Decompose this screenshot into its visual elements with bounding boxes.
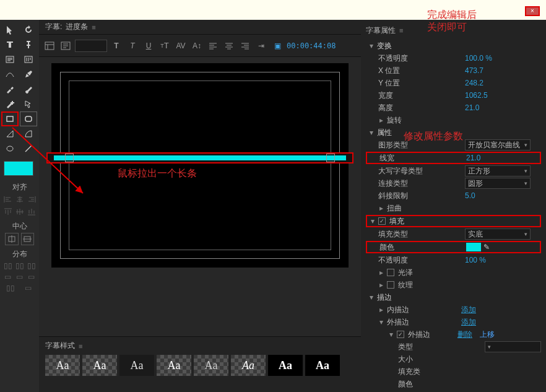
- vertical-area-text-tool[interactable]: [20, 52, 37, 67]
- style-preset-2[interactable]: Aa: [82, 355, 117, 376]
- style-preset-4[interactable]: Aa: [157, 355, 191, 376]
- rectangle-tool[interactable]: [1, 111, 19, 126]
- disclosure-inner[interactable]: ▸: [378, 305, 384, 314]
- center-vertical[interactable]: [21, 233, 35, 245]
- fill-checkbox[interactable]: ✓: [378, 217, 386, 225]
- align-right[interactable]: [26, 194, 37, 205]
- dist-1[interactable]: ▯▯: [2, 261, 13, 271]
- leading[interactable]: A↕: [190, 39, 204, 53]
- text-tool[interactable]: [1, 37, 19, 52]
- outer-delete-link[interactable]: 删除: [457, 329, 472, 340]
- align-left[interactable]: [2, 194, 13, 205]
- dist-8[interactable]: ▭: [20, 283, 37, 293]
- align-bottom[interactable]: [26, 206, 37, 217]
- italic-btn[interactable]: T: [126, 39, 139, 53]
- disclosure-distort[interactable]: ▸: [378, 204, 384, 212]
- disclosure-texture[interactable]: ▸: [378, 281, 384, 289]
- disclosure-fill[interactable]: ▾: [370, 217, 376, 225]
- font-size[interactable]: TT: [158, 39, 171, 53]
- disclosure-transform[interactable]: ▾: [368, 41, 375, 50]
- show-video-btn[interactable]: ▣: [271, 39, 284, 53]
- filltype-select[interactable]: 实底: [465, 229, 531, 240]
- close-button[interactable]: ×: [525, 6, 540, 16]
- dist-4[interactable]: ▭: [2, 272, 13, 282]
- disclosure-sheen[interactable]: ▸: [378, 268, 384, 277]
- title-canvas[interactable]: [51, 63, 349, 268]
- fill-opacity-value[interactable]: 100 %: [465, 256, 486, 264]
- dist-5[interactable]: ▭: [14, 272, 25, 282]
- vertical-text-tool[interactable]: [20, 37, 37, 52]
- line-tool[interactable]: [20, 141, 37, 156]
- handle-left[interactable]: [65, 154, 74, 162]
- align-left-btn[interactable]: [206, 39, 220, 53]
- shapetype-select[interactable]: 开放贝塞尔曲线: [465, 139, 531, 150]
- kerning[interactable]: AV: [174, 39, 188, 53]
- disclosure-rotation[interactable]: ▸: [378, 116, 384, 124]
- stroke-type-select[interactable]: [485, 341, 541, 352]
- timecode[interactable]: 00:00:44:08: [287, 41, 336, 50]
- arc-tool[interactable]: [20, 126, 37, 141]
- align-right-btn[interactable]: [238, 39, 252, 53]
- y-value[interactable]: 248.2: [465, 79, 483, 87]
- style-preset-5[interactable]: Aa: [194, 355, 228, 376]
- disclosure-outer-item[interactable]: ▾: [388, 330, 394, 339]
- eyedropper-icon[interactable]: ✎: [483, 243, 490, 251]
- outer-add-link[interactable]: 添加: [461, 317, 476, 328]
- fill-color-value[interactable]: [466, 243, 481, 251]
- bold-btn[interactable]: T: [110, 39, 123, 53]
- tab-btn[interactable]: ⇥: [254, 39, 268, 53]
- add-anchor-tool[interactable]: [1, 97, 19, 111]
- width-value[interactable]: 1062.5: [465, 91, 488, 100]
- template-btn[interactable]: [43, 39, 56, 53]
- x-value[interactable]: 473.7: [465, 66, 483, 75]
- direct-select-tool[interactable]: [20, 97, 37, 111]
- height-value[interactable]: 21.0: [465, 103, 479, 112]
- fill-color-swatch[interactable]: [4, 161, 33, 176]
- styles-menu-icon[interactable]: ≡: [79, 342, 82, 350]
- style-preset-1[interactable]: Aa: [45, 355, 80, 376]
- eyedropper-tool[interactable]: [1, 82, 19, 97]
- center-horizontal[interactable]: [5, 233, 19, 245]
- rotate-tool[interactable]: [20, 22, 37, 37]
- area-text-tool[interactable]: [1, 52, 19, 67]
- path-text-tool[interactable]: [1, 67, 19, 82]
- outer-moveup-link[interactable]: 上移: [480, 329, 495, 340]
- dist-2[interactable]: ▯▯: [14, 261, 25, 271]
- disclosure-outer[interactable]: ▾: [378, 318, 384, 326]
- underline-btn[interactable]: U: [142, 39, 155, 53]
- ellipse-tool[interactable]: [1, 141, 19, 156]
- sheen-checkbox[interactable]: [387, 269, 394, 276]
- disclosure-attrs[interactable]: ▾: [368, 128, 375, 137]
- align-center-btn[interactable]: [222, 39, 236, 53]
- wedge-tool[interactable]: [1, 126, 19, 141]
- caps-select[interactable]: 正方形: [465, 165, 531, 176]
- pen-tool[interactable]: [20, 67, 37, 82]
- style-preset-3[interactable]: Aa: [119, 355, 154, 376]
- align-vcenter[interactable]: [14, 206, 25, 217]
- align-top[interactable]: [2, 206, 13, 217]
- join-select[interactable]: 圆形: [465, 178, 531, 189]
- disclosure-stroke[interactable]: ▾: [368, 293, 375, 302]
- align-hcenter[interactable]: [14, 194, 25, 205]
- miter-value[interactable]: 5.0: [465, 191, 475, 200]
- panel-menu-icon[interactable]: ≡: [92, 24, 95, 31]
- style-preset-7[interactable]: Aa: [268, 355, 303, 376]
- selection-tool[interactable]: [1, 22, 19, 37]
- outer-item-checkbox[interactable]: ✓: [397, 331, 404, 338]
- font-family-select[interactable]: [75, 40, 107, 52]
- props-menu-icon[interactable]: ≡: [399, 27, 403, 34]
- inner-add-link[interactable]: 添加: [461, 305, 476, 315]
- dist-3[interactable]: ▯▯: [26, 261, 37, 271]
- linewidth-value[interactable]: 21.0: [466, 154, 480, 162]
- style-preset-6[interactable]: Aa: [231, 355, 266, 376]
- dist-6[interactable]: ▭: [26, 272, 37, 282]
- style-preset-8[interactable]: Aa: [305, 355, 340, 376]
- texture-checkbox[interactable]: [387, 281, 394, 289]
- handle-right[interactable]: [326, 154, 335, 162]
- roll-btn[interactable]: [59, 39, 72, 53]
- brush-tool[interactable]: [20, 82, 37, 97]
- progress-bar-shape[interactable]: [46, 152, 353, 163]
- dist-7[interactable]: ▯▯: [2, 283, 19, 293]
- opacity-value[interactable]: 100.0 %: [465, 54, 492, 63]
- rounded-rect-tool[interactable]: [20, 111, 37, 126]
